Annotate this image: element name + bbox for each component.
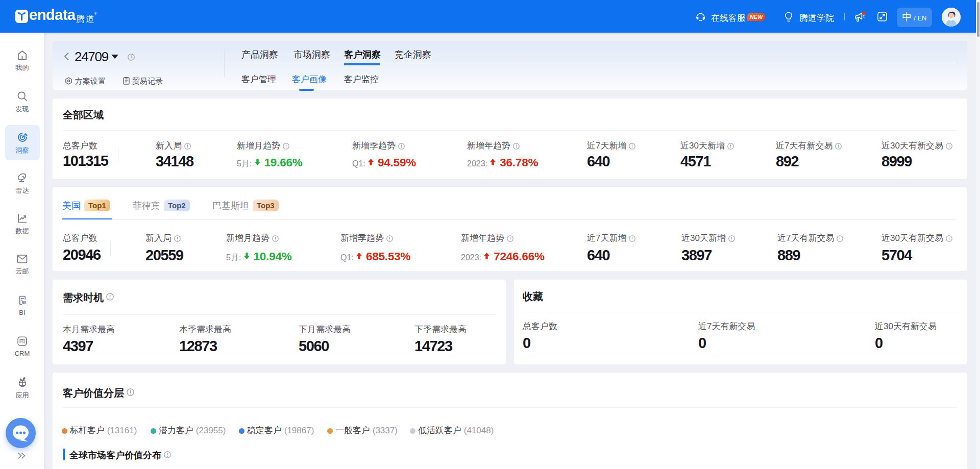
svg-text:BI: BI xyxy=(22,300,26,305)
